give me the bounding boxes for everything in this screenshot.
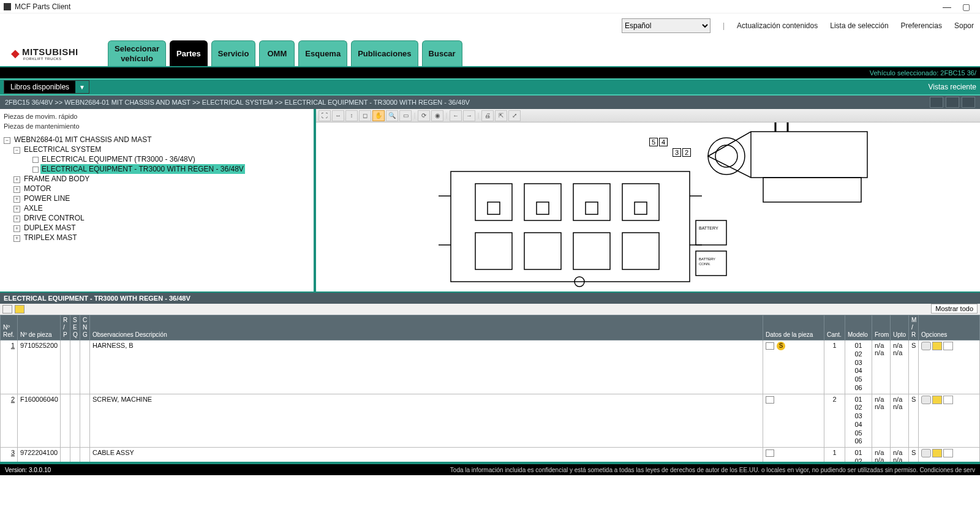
info-icon[interactable] bbox=[766, 396, 774, 404]
tree-ee-tr3000[interactable]: ELECTRICAL EQUIPMENT (TR3000 - 36/48V) bbox=[23, 154, 310, 164]
zoom-in-icon[interactable]: 🔍 bbox=[386, 110, 398, 121]
nav-forward-icon[interactable]: → bbox=[463, 110, 475, 121]
tab-publications[interactable]: Publicaciones bbox=[351, 40, 418, 66]
expand-icon[interactable]: + bbox=[13, 206, 20, 212]
col-seq[interactable]: S E Q bbox=[70, 315, 80, 340]
expand-icon[interactable]: + bbox=[13, 225, 20, 232]
tab-schematic[interactable]: Esquema bbox=[298, 40, 347, 66]
zoom-height-icon[interactable]: ↕ bbox=[345, 110, 358, 121]
col-desc[interactable]: Observaciones Descripción bbox=[90, 315, 763, 340]
col-options[interactable]: Opciones bbox=[919, 315, 980, 340]
expand-icon[interactable]: + bbox=[13, 216, 20, 222]
detail-icon[interactable] bbox=[943, 449, 953, 457]
technical-drawing[interactable]: 5 4 3 2 BATTERY BATTERYCONN. bbox=[316, 122, 980, 291]
cell-options[interactable] bbox=[919, 394, 980, 448]
col-upto[interactable]: Upto bbox=[891, 315, 909, 340]
col-ref[interactable]: Nº Ref. bbox=[1, 315, 18, 340]
books-dropdown[interactable]: Libros disponibles ▼ bbox=[4, 80, 89, 94]
table-row[interactable]: 2F160006040SCREW, MACHINE2010203040506n/… bbox=[1, 394, 980, 448]
col-part[interactable]: Nº de pieza bbox=[18, 315, 61, 340]
tree-drive-control[interactable]: +DRIVE CONTROL bbox=[13, 213, 310, 223]
collapse-icon[interactable]: − bbox=[13, 147, 20, 154]
print-icon[interactable]: 🖨 bbox=[481, 110, 494, 121]
note-icon[interactable] bbox=[932, 342, 942, 350]
collapse-icon[interactable]: − bbox=[4, 137, 10, 144]
col-qty[interactable]: Cant. bbox=[824, 315, 845, 340]
col-rp[interactable]: R / P bbox=[61, 315, 70, 340]
link-update-contents[interactable]: Actualización contenidos bbox=[737, 21, 818, 30]
col-cng[interactable]: C N G bbox=[80, 315, 90, 340]
table-row[interactable]: 39722204100CABLE ASSY101020304n/an/an/an… bbox=[1, 448, 980, 462]
tree-root[interactable]: −WEBN2684-01 MIT CHASSIS AND MAST bbox=[4, 135, 310, 145]
tree-duplex-mast[interactable]: +DUPLEX MAST bbox=[13, 223, 310, 233]
tree-ee-tr3000-regen[interactable]: ELECTRICAL EQUIPMENT - TR3000 WITH REGEN… bbox=[23, 164, 310, 174]
breadcrumb-path[interactable]: 2FBC15 36/48V >> WEBN2684-01 MIT CHASSIS… bbox=[5, 99, 470, 106]
col-from[interactable]: From bbox=[872, 315, 891, 340]
link-preferences[interactable]: Preferencias bbox=[901, 21, 942, 30]
col-model[interactable]: Modelo bbox=[845, 315, 872, 340]
fullscreen-icon[interactable]: ⤢ bbox=[508, 110, 521, 121]
tab-parts[interactable]: Partes bbox=[170, 40, 208, 66]
tab-search[interactable]: Buscar bbox=[422, 40, 462, 66]
tree-electrical-system[interactable]: −ELECTRICAL SYSTEM bbox=[13, 145, 310, 154]
view-list-icon[interactable] bbox=[930, 97, 943, 108]
zoom-selection-icon[interactable]: ◻ bbox=[359, 110, 371, 121]
info-icon[interactable] bbox=[766, 449, 774, 457]
svg-point-15 bbox=[708, 138, 745, 175]
comment-icon[interactable] bbox=[921, 342, 931, 350]
note-icon[interactable] bbox=[932, 449, 942, 457]
refresh-icon[interactable]: ⟳ bbox=[418, 110, 430, 121]
col-mr[interactable]: M / R bbox=[909, 315, 919, 340]
cell-options[interactable] bbox=[919, 448, 980, 462]
link-selection-list[interactable]: Lista de selección bbox=[830, 21, 888, 30]
table-row[interactable]: 19710525200HARNESS, BS1010203040506n/an/… bbox=[1, 340, 980, 394]
svg-rect-8 bbox=[622, 233, 659, 269]
shortcut-maintenance[interactable]: Piezas de mantenimiento bbox=[4, 121, 310, 131]
view-grid-icon[interactable] bbox=[946, 97, 959, 108]
cell-data[interactable] bbox=[763, 394, 824, 448]
zoom-out-icon[interactable]: ▭ bbox=[399, 110, 412, 121]
col-data[interactable]: Datos de la pieza bbox=[763, 315, 824, 340]
tree-power-line[interactable]: +POWER LINE bbox=[13, 194, 310, 203]
cell-data[interactable] bbox=[763, 448, 824, 462]
tab-omm[interactable]: OMM bbox=[259, 40, 295, 66]
locate-icon[interactable]: ◉ bbox=[431, 110, 443, 121]
highlight-icon[interactable] bbox=[15, 305, 24, 314]
tab-service[interactable]: Servicio bbox=[211, 40, 256, 66]
tree-frame-body[interactable]: +FRAME AND BODY bbox=[13, 174, 310, 184]
tab-select-vehicle[interactable]: Seleccionar vehículo bbox=[108, 40, 166, 66]
export-icon[interactable]: ⇱ bbox=[495, 110, 507, 121]
note-icon[interactable] bbox=[2, 305, 12, 314]
minimize-icon[interactable]: — bbox=[943, 2, 951, 12]
zoom-width-icon[interactable]: ↔ bbox=[332, 110, 344, 121]
expand-icon[interactable]: + bbox=[13, 235, 20, 242]
zoom-fit-icon[interactable]: ⛶ bbox=[318, 110, 331, 121]
pan-hand-icon[interactable]: ✋ bbox=[372, 110, 385, 121]
expand-icon[interactable]: + bbox=[13, 176, 20, 183]
expand-icon[interactable]: + bbox=[13, 196, 20, 203]
info-icon[interactable] bbox=[766, 342, 774, 350]
detail-icon[interactable] bbox=[943, 342, 953, 350]
view-expand-icon[interactable] bbox=[962, 97, 975, 108]
cell-data[interactable]: S bbox=[763, 340, 824, 394]
tree-axle[interactable]: +AXLE bbox=[13, 203, 310, 213]
tree-triplex-mast[interactable]: +TRIPLEX MAST bbox=[13, 233, 310, 242]
tree-motor[interactable]: +MOTOR bbox=[13, 184, 310, 194]
nav-back-icon[interactable]: ← bbox=[450, 110, 462, 121]
show-all-button[interactable]: Mostrar todo bbox=[931, 304, 978, 314]
svg-rect-7 bbox=[573, 233, 610, 269]
cell-ref[interactable]: 1 bbox=[1, 340, 18, 394]
comment-icon[interactable] bbox=[921, 449, 931, 457]
language-select[interactable]: Español bbox=[622, 18, 710, 33]
cell-ref[interactable]: 3 bbox=[1, 448, 18, 462]
shortcut-quick-move[interactable]: Piezas de movim. rápido bbox=[4, 111, 310, 121]
cell-options[interactable] bbox=[919, 340, 980, 394]
cell-ref[interactable]: 2 bbox=[1, 394, 18, 448]
comment-icon[interactable] bbox=[921, 396, 931, 404]
link-support[interactable]: Sopor bbox=[954, 21, 974, 30]
detail-icon[interactable] bbox=[943, 396, 953, 404]
note-icon[interactable] bbox=[932, 396, 942, 404]
maximize-icon[interactable]: ▢ bbox=[962, 2, 970, 12]
expand-icon[interactable]: + bbox=[13, 186, 20, 193]
recent-views-label[interactable]: Vistas reciente bbox=[929, 83, 977, 91]
